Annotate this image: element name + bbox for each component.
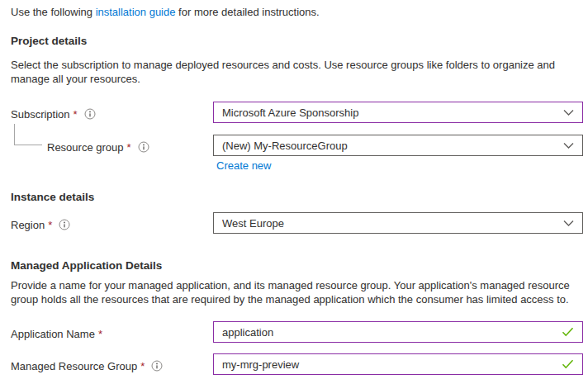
application-name-field [213, 321, 583, 343]
managed-application-description-line-1: Provide a name for your managed applicat… [11, 278, 570, 292]
info-icon[interactable] [138, 141, 149, 153]
intro-post: for more detailed instructions. [175, 6, 319, 18]
subscription-dropdown-value: Microsoft Azure Sponsorship [222, 107, 557, 119]
info-icon[interactable] [59, 219, 70, 230]
project-details-heading: Project details [11, 35, 87, 47]
required-asterisk: * [98, 328, 102, 340]
managed-application-description-line-2: group holds all the resources that are r… [11, 292, 570, 306]
chevron-down-icon [563, 142, 574, 149]
project-details-description-line-1: Select the subscription to manage deploy… [11, 58, 555, 72]
resource-group-label-text: Resource group [47, 141, 124, 154]
project-details-description-line-2: manage all your resources. [11, 72, 555, 86]
resource-group-dropdown-value: (New) My-ResourceGroup [222, 140, 557, 152]
subscription-dropdown[interactable]: Microsoft Azure Sponsorship [213, 102, 583, 123]
project-details-description: Select the subscription to manage deploy… [11, 58, 555, 86]
application-name-label: Application Name* [11, 327, 102, 340]
required-asterisk: * [74, 108, 78, 121]
managed-application-details-heading: Managed Application Details [11, 259, 162, 272]
application-name-input[interactable] [222, 322, 555, 342]
region-label-text: Region [11, 219, 45, 231]
chevron-down-icon [563, 220, 574, 227]
valid-check-icon [562, 327, 574, 337]
required-asterisk: * [140, 360, 145, 372]
managed-resource-group-field [213, 353, 583, 375]
chevron-down-icon [563, 109, 574, 116]
info-icon[interactable] [84, 108, 96, 120]
application-name-label-text: Application Name [11, 328, 95, 340]
managed-application-description: Provide a name for your managed applicat… [11, 278, 570, 306]
region-label: Region* [11, 218, 70, 231]
required-asterisk: * [48, 219, 52, 231]
required-asterisk: * [127, 141, 131, 154]
intro-text: Use the following installation guide for… [11, 6, 320, 18]
resource-group-dropdown[interactable]: (New) My-ResourceGroup [213, 135, 583, 156]
valid-check-icon [562, 359, 574, 369]
region-dropdown[interactable]: West Europe [213, 212, 583, 234]
create-new-link[interactable]: Create new [216, 159, 271, 172]
resource-group-connector-line [14, 124, 42, 145]
subscription-label-text: Subscription [11, 108, 70, 121]
intro-pre: Use the following [11, 6, 96, 18]
instance-details-heading: Instance details [11, 191, 94, 203]
managed-resource-group-label: Managed Resource Group* [11, 359, 163, 372]
managed-resource-group-label-text: Managed Resource Group [11, 360, 137, 372]
installation-guide-link[interactable]: installation guide [96, 6, 176, 18]
info-icon[interactable] [151, 360, 163, 372]
managed-resource-group-input[interactable] [222, 354, 555, 374]
region-dropdown-value: West Europe [222, 217, 557, 230]
subscription-label: Subscription* [11, 107, 96, 121]
resource-group-label: Resource group* [47, 140, 149, 154]
